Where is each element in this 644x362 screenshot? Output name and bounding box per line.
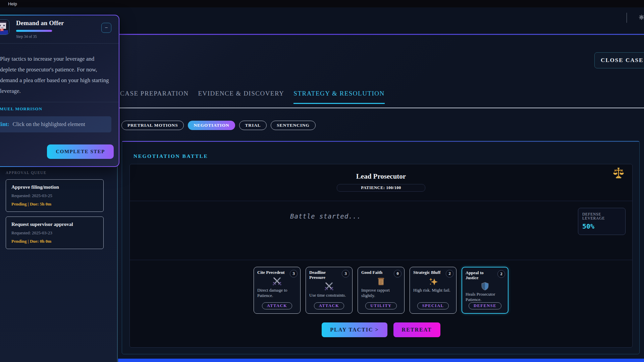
scales-of-justice-icon <box>612 167 625 181</box>
menu-item-help[interactable]: Help <box>8 1 17 6</box>
subtab-sentencing[interactable]: SENTENCING <box>271 121 315 130</box>
crossed-swords-icon <box>324 281 334 292</box>
close-case-button[interactable]: CLOSE CASE <box>594 52 644 68</box>
tactic-name: Strategic Bluff <box>413 270 444 275</box>
play-tactic-button[interactable]: PLAY TACTIC > <box>322 322 387 337</box>
tactic-name: Deadline Pressure <box>309 270 340 280</box>
tactic-desc: Improve rapport slightly. <box>361 288 401 299</box>
tactic-card-strategic-bluff[interactable]: Strategic Bluff 2 High risk. Might fail.… <box>410 267 457 314</box>
defense-leverage-label: DEFENSE LEVERAGE <box>582 212 621 220</box>
header-divider <box>627 13 627 23</box>
approval-status: Pending | Due: 0h 0m <box>11 239 98 244</box>
tutorial-progress-fill <box>16 30 52 32</box>
strategy-subtabs: PRETRIAL MOTIONS NEGOTIATION TRIAL SENTE… <box>121 121 316 130</box>
tactic-name: Appeal to Justice <box>466 270 496 281</box>
gear-icon[interactable] <box>638 14 644 22</box>
defense-leverage-box: DEFENSE LEVERAGE 50% <box>578 208 626 235</box>
patience-bar: PATIENCE: 100/100 <box>337 184 425 192</box>
approval-queue: APPROVAL QUEUE Approve filing/motion Req… <box>6 171 104 249</box>
tactic-desc: High risk. Might fail. <box>413 288 453 293</box>
retreat-button[interactable]: RETREAT <box>393 322 440 337</box>
tactic-hand: Cite Precedent 3 Direct damage to Patien… <box>130 260 632 314</box>
tactic-type-badge: ATTACK <box>314 302 344 309</box>
subtab-pretrial-motions[interactable]: PRETRIAL MOTIONS <box>121 121 184 130</box>
tabs-underline <box>118 108 644 108</box>
tutorial-progress-bar <box>16 30 53 32</box>
tactic-type-badge: SPECIAL <box>417 302 449 309</box>
avatar-watermark-text: Test <box>0 27 4 32</box>
approval-item[interactable]: Approve filing/motion Requested: 2025-03… <box>6 179 104 212</box>
tactic-desc: Heals Prosecutor Patience. <box>466 292 504 303</box>
tutorial-header: Test Demand an Offer Step 34 of 35 − <box>0 15 119 43</box>
battle-log: Battle started... DEFENSE LEVERAGE 50% <box>130 201 632 260</box>
tactic-type-badge: ATTACK <box>262 302 292 309</box>
tutorial-body-text: Play tactics to increase your leverage a… <box>0 44 119 102</box>
approval-requested: Requested: 2025-03-23 <box>11 230 98 236</box>
tactic-type-badge: UTILITY <box>365 302 396 309</box>
approval-title: Approve filing/motion <box>11 184 98 190</box>
tactic-count-badge: 0 <box>394 270 401 278</box>
battle-box: Lead Prosecutor PATIENCE: 100/100 Battle… <box>129 164 633 348</box>
approval-title: Request supervisor approval <box>11 222 98 227</box>
tab-case-preparation[interactable]: CASE PREPARATION <box>120 90 189 104</box>
tactic-card-cite-precedent[interactable]: Cite Precedent 3 Direct damage to Patien… <box>254 267 301 314</box>
tutorial-title: Demand an Offer <box>16 19 64 27</box>
tab-evidence-discovery[interactable]: EVIDENCE & DISCOVERY <box>198 90 284 104</box>
approval-item[interactable]: Request supervisor approval Requested: 2… <box>6 217 104 249</box>
tutorial-step-label: Step 34 of 35 <box>16 35 64 39</box>
complete-step-button[interactable]: COMPLETE STEP <box>47 144 114 159</box>
battle-actions: PLAY TACTIC > RETREAT <box>130 322 632 337</box>
tactic-name: Good Faith <box>361 270 392 275</box>
sparkles-icon <box>428 276 438 287</box>
prosecutor-panel: Lead Prosecutor PATIENCE: 100/100 <box>130 164 632 201</box>
subtab-negotiation[interactable]: NEGOTIATION <box>188 121 235 130</box>
case-tabs: CASE PREPARATION EVIDENCE & DISCOVERY ST… <box>120 90 385 104</box>
opponent-name: Lead Prosecutor <box>130 172 632 181</box>
subtab-trial[interactable]: TRIAL <box>239 121 267 130</box>
tab-strategy-resolution[interactable]: STRATEGY & RESOLUTION <box>293 90 384 104</box>
minimize-button[interactable]: − <box>101 23 111 33</box>
shield-icon <box>480 282 490 291</box>
tactic-desc: Use time constraints. <box>309 293 349 298</box>
tactic-card-appeal-to-justice[interactable]: Appeal to Justice 2 Heals Prosecutor Pat… <box>462 267 508 314</box>
tactic-count-badge: 2 <box>446 270 453 278</box>
tutor-avatar: Test <box>0 19 9 35</box>
battle-log-line: Battle started... <box>290 213 361 220</box>
tactic-count-badge: 3 <box>290 270 298 278</box>
hint-label: Hint: <box>0 121 9 127</box>
tutorial-highlight-bar <box>118 359 644 362</box>
approval-requested: Requested: 2025-03-25 <box>11 193 98 198</box>
negotiation-battle-section: NEGOTIATION BATTLE Lead Prosecutor PATIE… <box>122 141 640 354</box>
section-title: NEGOTIATION BATTLE <box>133 153 208 159</box>
tutorial-speaker-name: SAMUEL MORRISON <box>0 102 119 115</box>
tactic-type-badge: DEFENSE <box>469 302 501 309</box>
tactic-card-good-faith[interactable]: Good Faith 0 Improve rapport slightly. U… <box>358 267 405 314</box>
scroll-icon <box>376 276 386 287</box>
approval-queue-title: APPROVAL QUEUE <box>6 171 104 175</box>
approval-status: Pending | Due: 5h 0m <box>11 201 98 207</box>
tutorial-hint: Hint:Click on the highlighted element <box>0 116 111 132</box>
tactic-desc: Direct damage to Patience. <box>257 288 297 299</box>
hint-text: Click on the highlighted element <box>13 121 85 127</box>
tactic-card-deadline-pressure[interactable]: Deadline Pressure 3 Use time constraints… <box>306 267 353 314</box>
tutorial-panel: Test Demand an Offer Step 34 of 35 − Pla… <box>0 15 119 167</box>
tactic-count-badge: 2 <box>497 270 505 278</box>
tactic-name: Cite Precedent <box>257 270 288 275</box>
defense-leverage-value: 50% <box>582 222 621 230</box>
crossed-swords-icon <box>272 276 282 287</box>
menubar: View Help <box>0 0 644 7</box>
tactic-count-badge: 3 <box>342 270 350 278</box>
